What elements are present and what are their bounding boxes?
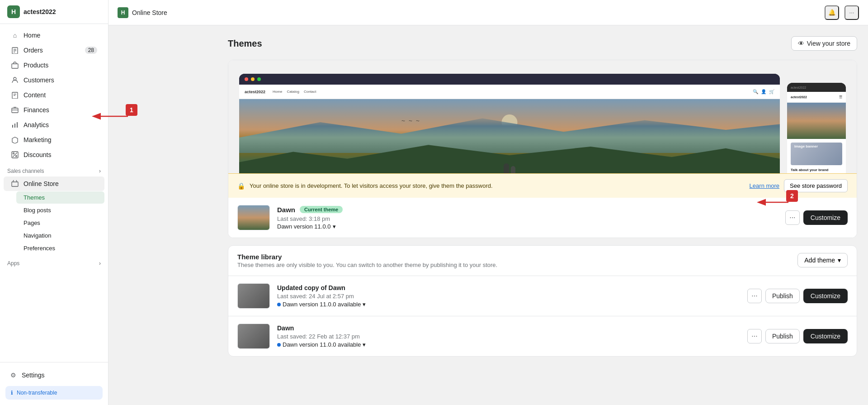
non-transferable-label: Non-transferable <box>17 390 57 396</box>
sidebar-navigation: ⌂ Home Orders 28 Products Customers <box>0 24 108 362</box>
sidebar-item-online-store[interactable]: Online Store <box>4 176 104 191</box>
sidebar-item-themes[interactable]: Themes <box>16 191 104 204</box>
svg-rect-18 <box>12 182 18 186</box>
view-store-label: View your store <box>807 40 850 47</box>
topbar-right: 🔔 ··· <box>825 5 859 20</box>
library-item-info-1: Updated copy of Dawn Last saved: 24 Jul … <box>277 284 740 308</box>
sidebar-item-label: Content <box>24 91 46 99</box>
svg-rect-11 <box>12 125 13 128</box>
preview-image-banner: Image banner <box>791 143 842 165</box>
customers-icon <box>11 76 19 84</box>
learn-more-button[interactable]: Learn more <box>750 182 779 189</box>
sidebar-item-analytics[interactable]: Analytics <box>4 118 104 132</box>
library-item-saved-2: Last saved: 22 Feb at 12:37 pm <box>277 333 740 340</box>
more-options-button[interactable]: ··· <box>844 5 859 20</box>
library-item-version-2[interactable]: Dawn version 11.0.0 available ▾ <box>277 341 740 348</box>
sidebar: H actest2022 ⌂ Home Orders 28 Products C… <box>0 0 108 405</box>
sidebar-item-blog-posts[interactable]: Blog posts <box>16 204 104 216</box>
preview-hero: 〜 〜 〜 <box>239 99 780 173</box>
finances-icon <box>11 106 19 114</box>
settings-label: Settings <box>22 372 45 379</box>
library-item-more-button-1[interactable]: ··· <box>747 289 762 303</box>
sidebar-item-products[interactable]: Products <box>4 58 104 72</box>
sidebar-item-orders[interactable]: Orders 28 <box>4 43 104 57</box>
topbar-title: Online Store <box>132 9 167 16</box>
library-item-customize-button-1[interactable]: Customize <box>803 289 848 303</box>
library-item-customize-button-2[interactable]: Customize <box>803 329 848 343</box>
library-item-actions-2: ··· Publish Customize <box>747 329 848 343</box>
sidebar-item-preferences[interactable]: Preferences <box>16 242 104 254</box>
sidebar-item-settings[interactable]: ⚙ Settings <box>5 368 103 382</box>
sidebar-item-navigation[interactable]: Navigation <box>16 229 104 242</box>
library-item-actions-1: ··· Publish Customize <box>747 289 848 303</box>
store-icon: H <box>7 5 20 18</box>
library-item-version-1[interactable]: Dawn version 11.0.0 available ▾ <box>277 301 740 308</box>
preview-desktop: actest2022 Home Catalog Contact 🔍 👤 🛒 <box>239 74 780 173</box>
main-content: Themes 👁 View your store actest2022 Ho <box>217 25 868 405</box>
sidebar-item-label: Analytics <box>24 121 49 129</box>
preview-mobile-image-section: Image banner Talk about your brand Add a… <box>787 139 846 173</box>
page-title: Themes <box>228 38 262 49</box>
products-icon <box>11 61 19 69</box>
navigation-label: Navigation <box>24 232 51 239</box>
library-item-more-button-2[interactable]: ··· <box>747 329 762 343</box>
preview-people <box>504 163 515 173</box>
library-thumb-2 <box>237 324 270 349</box>
version-dot-icon <box>277 303 281 306</box>
sidebar-item-home[interactable]: ⌂ Home <box>4 28 104 43</box>
current-theme-customize-button[interactable]: Customize <box>803 210 848 225</box>
dev-banner-text: Your online store is in development. To … <box>250 182 745 189</box>
preview-mobile-hero <box>787 103 846 139</box>
eye-icon: 👁 <box>798 40 804 47</box>
preview-brand-sublabel: Add a short description... <box>791 173 842 173</box>
library-item-name-1: Updated copy of Dawn <box>277 284 740 291</box>
library-item-publish-button-1[interactable]: Publish <box>765 289 800 303</box>
home-icon: ⌂ <box>11 31 19 39</box>
sidebar-item-content[interactable]: Content <box>4 88 104 102</box>
current-theme-version[interactable]: Dawn version 11.0.0 ▾ <box>277 223 778 230</box>
svg-rect-13 <box>17 122 18 128</box>
orders-badge: 28 <box>85 47 97 54</box>
svg-line-16 <box>13 152 17 157</box>
pages-label: Pages <box>24 219 40 226</box>
library-item: Dawn Last saved: 22 Feb at 12:37 pm Dawn… <box>228 316 857 356</box>
cart-icon: 🛒 <box>769 89 774 94</box>
chevron-down-icon: ▾ <box>333 223 336 230</box>
sidebar-item-discounts[interactable]: Discounts <box>4 148 104 162</box>
preview-nav-icons: 🔍 👤 🛒 <box>753 89 774 94</box>
annotation-1: 1 <box>126 104 137 116</box>
add-theme-button[interactable]: Add theme ▾ <box>797 253 848 267</box>
preview-images: actest2022 Home Catalog Contact 🔍 👤 🛒 <box>228 60 857 173</box>
topbar: H Online Store 🔔 ··· <box>108 0 868 25</box>
preview-brand-label: Talk about your brand <box>791 168 842 172</box>
theme-preview-card: actest2022 Home Catalog Contact 🔍 👤 🛒 <box>228 60 857 238</box>
current-theme-more-button[interactable]: ··· <box>785 210 800 225</box>
sidebar-item-finances[interactable]: Finances <box>4 103 104 117</box>
current-theme-saved: Last saved: 3:18 pm <box>277 215 778 222</box>
apps-section: Apps › <box>0 255 108 268</box>
sidebar-item-customers[interactable]: Customers <box>4 73 104 87</box>
svg-rect-12 <box>14 124 15 128</box>
page-header: Themes 👁 View your store <box>228 36 857 51</box>
notification-button[interactable]: 🔔 <box>825 5 839 20</box>
library-desc: These themes are only visible to you. Yo… <box>237 262 497 268</box>
svg-point-15 <box>16 156 17 157</box>
theme-library-card: Theme library These themes are only visi… <box>228 245 857 357</box>
current-theme-info: Dawn Current theme Last saved: 3:18 pm D… <box>277 206 778 230</box>
sales-channels-section: Sales channels › <box>0 162 108 176</box>
current-theme-section: Dawn Current theme Last saved: 3:18 pm D… <box>228 198 857 238</box>
sidebar-header: H actest2022 <box>0 0 108 24</box>
preview-mobile-bar: actest2022 <box>787 83 846 92</box>
non-transferable-badge[interactable]: ℹ Non-transferable <box>5 386 103 400</box>
add-theme-label: Add theme <box>804 257 835 264</box>
library-item-publish-button-2[interactable]: Publish <box>765 329 800 343</box>
preview-mobile-nav: actest2022 ☰ <box>787 92 846 103</box>
close-dot <box>245 77 248 81</box>
sidebar-item-label: Products <box>24 62 48 69</box>
minimize-dot <box>251 77 255 81</box>
view-store-button[interactable]: 👁 View your store <box>791 36 857 51</box>
sidebar-bottom: ⚙ Settings ℹ Non-transferable <box>0 362 108 405</box>
online-store-label: Online Store <box>24 180 59 187</box>
sidebar-item-pages[interactable]: Pages <box>16 217 104 229</box>
sidebar-item-marketing[interactable]: Marketing <box>4 133 104 147</box>
